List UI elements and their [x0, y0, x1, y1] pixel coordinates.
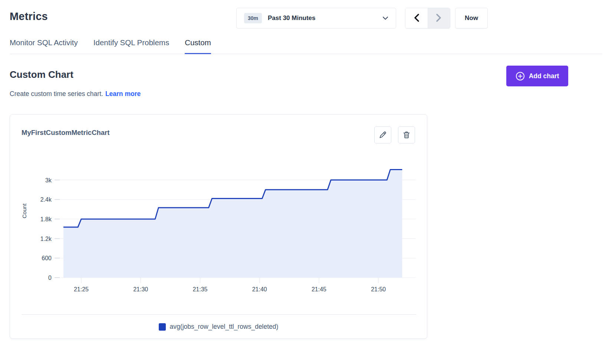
tab-monitor-sql-activity[interactable]: Monitor SQL Activity: [10, 37, 78, 54]
metrics-page: Metrics 30m Past 30 Minutes Now Monitor …: [0, 0, 612, 364]
time-range-badge: 30m: [244, 13, 262, 23]
section-title: Custom Chart: [10, 69, 73, 80]
trash-icon: [402, 130, 411, 139]
time-range-label: Past 30 Minutes: [268, 14, 316, 22]
plus-circle-icon: [516, 72, 525, 81]
pencil-icon: [378, 130, 387, 139]
edit-chart-button[interactable]: [374, 126, 391, 143]
delete-chart-button[interactable]: [398, 126, 415, 143]
chart-title: MyFirstCustomMetricChart: [22, 129, 109, 137]
tab-identify-sql-problems[interactable]: Identify SQL Problems: [93, 37, 169, 54]
section-subtitle: Create custom time series chart.Learn mo…: [10, 90, 141, 98]
add-chart-label: Add chart: [529, 72, 559, 80]
time-pager: [405, 8, 450, 29]
y-axis-label: Count: [21, 203, 27, 218]
learn-more-link[interactable]: Learn more: [105, 90, 141, 97]
svg-text:21:45: 21:45: [312, 286, 326, 292]
time-range-selector[interactable]: 30m Past 30 Minutes: [236, 8, 396, 29]
svg-text:21:50: 21:50: [371, 286, 386, 292]
tab-bar: Monitor SQL Activity Identify SQL Proble…: [10, 37, 602, 54]
time-series-chart[interactable]: 06001.2k1.8k2.4k3kCount21:2521:3021:3521…: [10, 152, 428, 300]
chevron-right-icon: [436, 14, 442, 23]
svg-text:1.8k: 1.8k: [40, 216, 52, 222]
svg-text:2.4k: 2.4k: [40, 196, 52, 203]
chart-legend: avg(jobs_row_level_ttl_rows_deleted): [10, 323, 427, 331]
svg-text:3k: 3k: [45, 177, 52, 183]
legend-divider: [22, 314, 416, 315]
tab-custom[interactable]: Custom: [185, 37, 211, 54]
svg-text:21:40: 21:40: [252, 286, 267, 292]
section-subtitle-text: Create custom time series chart.: [10, 90, 103, 97]
svg-text:21:30: 21:30: [133, 286, 148, 292]
series-area-fill: [63, 169, 402, 278]
svg-text:0: 0: [48, 275, 52, 281]
custom-chart-card: MyFirstCustomMetricChart 06001.2k1.8k2.4…: [10, 114, 427, 339]
page-title: Metrics: [10, 10, 48, 23]
chevron-down-icon: [382, 16, 388, 20]
svg-text:600: 600: [42, 255, 52, 261]
svg-text:1.2k: 1.2k: [40, 236, 52, 242]
legend-label: avg(jobs_row_level_ttl_rows_deleted): [170, 323, 279, 331]
svg-text:21:35: 21:35: [193, 286, 207, 292]
x-axis: 21:2521:3021:3521:4021:4521:50: [74, 278, 386, 292]
legend-swatch: [159, 323, 166, 331]
svg-text:21:25: 21:25: [74, 286, 89, 292]
chevron-left-icon: [414, 14, 419, 23]
add-chart-button[interactable]: Add chart: [506, 66, 568, 86]
now-button[interactable]: Now: [455, 8, 488, 29]
chart-canvas: 06001.2k1.8k2.4k3kCount21:2521:3021:3521…: [10, 152, 428, 300]
time-forward-button[interactable]: [428, 8, 450, 28]
time-back-button[interactable]: [405, 8, 428, 28]
